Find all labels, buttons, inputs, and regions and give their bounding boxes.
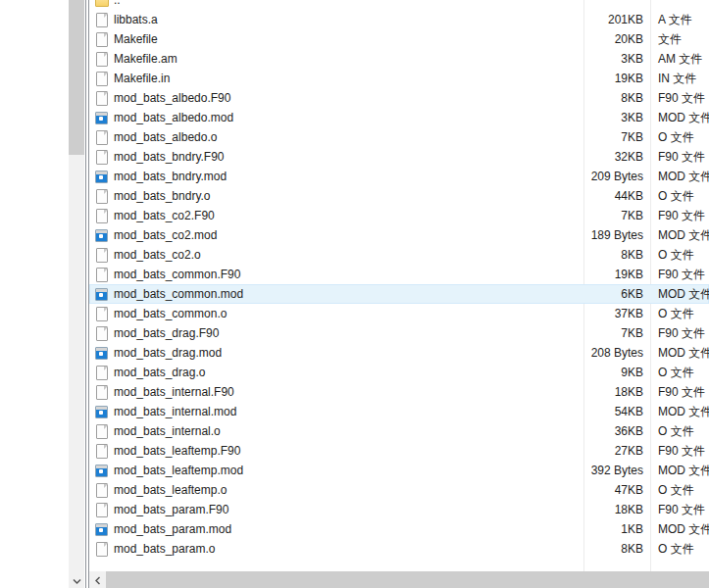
file-row[interactable]: mod_bats_bndry.o 44KB O 文件 (89, 186, 709, 206)
file-row[interactable]: mod_bats_albedo.mod 3KB MOD 文件 (89, 108, 709, 127)
file-type: F90 文件 (650, 384, 709, 401)
file-row[interactable]: mod_bats_param.mod 1KB MOD 文件 (89, 519, 709, 539)
file-type: O 文件 (650, 129, 709, 146)
file-name: mod_bats_bndry.F90 (114, 150, 583, 164)
file-name: mod_bats_albedo.mod (114, 111, 583, 124)
file-row[interactable]: Makefile 20KB 文件 (89, 29, 709, 49)
file-type: MOD 文件 (650, 404, 709, 420)
file-icon (95, 444, 109, 459)
file-type: F90 文件 (650, 149, 709, 166)
scroll-left-button[interactable] (89, 571, 106, 588)
file-size: 7KB (583, 130, 650, 144)
file-icon (95, 385, 109, 400)
file-name: mod_bats_co2.o (114, 248, 583, 262)
file-row[interactable]: mod_bats_internal.o 36KB O 文件 (89, 421, 709, 441)
file-row[interactable]: mod_bats_common.o 37KB O 文件 (89, 304, 709, 323)
file-type: MOD 文件 (650, 521, 709, 538)
mod-file-icon (95, 111, 109, 125)
file-size: 19KB (583, 72, 650, 85)
file-icon (95, 307, 109, 321)
file-size: 3KB (583, 111, 650, 124)
file-row[interactable]: mod_bats_common.F90 19KB F90 文件 (89, 265, 709, 284)
file-type: O 文件 (650, 423, 709, 440)
file-type: F90 文件 (650, 325, 709, 342)
file-size: 27KB (583, 444, 650, 458)
file-icon (95, 189, 109, 204)
file-row[interactable]: mod_bats_internal.F90 18KB F90 文件 (89, 382, 709, 402)
file-name: mod_bats_co2.F90 (114, 209, 583, 222)
file-row[interactable]: mod_bats_leaftemp.mod 392 Bytes MOD 文件 (89, 461, 709, 480)
file-size: 8KB (583, 91, 650, 105)
file-name: mod_bats_common.F90 (114, 268, 583, 281)
file-row[interactable]: mod_bats_albedo.o 7KB O 文件 (89, 127, 709, 147)
file-name: mod_bats_bndry.o (114, 189, 583, 203)
file-name: mod_bats_param.mod (114, 522, 583, 536)
mod-file-icon (95, 346, 109, 361)
file-row[interactable]: mod_bats_leaftemp.F90 27KB F90 文件 (89, 441, 709, 461)
file-icon (95, 91, 109, 106)
file-name: mod_bats_internal.o (114, 424, 583, 438)
file-type: MOD 文件 (650, 110, 709, 126)
file-name: mod_bats_albedo.F90 (114, 91, 583, 105)
file-name: .. (114, 0, 583, 7)
file-size: 3KB (583, 52, 650, 66)
mod-file-icon (95, 287, 109, 302)
file-row[interactable]: mod_bats_bndry.mod 209 Bytes MOD 文件 (89, 167, 709, 186)
horizontal-scrollbar[interactable] (89, 571, 709, 588)
file-type: F90 文件 (650, 90, 709, 107)
file-name: mod_bats_common.o (114, 307, 583, 320)
file-row[interactable]: libbats.a 201KB A 文件 (89, 10, 709, 29)
file-name: mod_bats_leaftemp.mod (114, 464, 583, 477)
file-row[interactable]: mod_bats_co2.mod 189 Bytes MOD 文件 (89, 225, 709, 245)
file-row[interactable]: mod_bats_co2.o 8KB O 文件 (89, 245, 709, 265)
file-size: 201KB (583, 13, 650, 26)
file-row[interactable]: mod_bats_param.F90 18KB F90 文件 (89, 500, 709, 519)
file-type: O 文件 (650, 188, 709, 205)
file-icon (95, 32, 109, 47)
file-row[interactable]: mod_bats_drag.o 9KB O 文件 (89, 363, 709, 382)
file-name: mod_bats_param.o (114, 542, 583, 556)
file-type: O 文件 (650, 482, 709, 499)
file-name: mod_bats_common.mod (114, 287, 583, 301)
file-size: 20KB (583, 32, 650, 46)
file-size: 37KB (583, 307, 650, 320)
scroll-down-button[interactable] (69, 571, 84, 588)
file-row[interactable]: mod_bats_common.mod 6KB MOD 文件 (89, 284, 709, 304)
mod-file-icon (95, 228, 109, 243)
mod-file-icon (95, 170, 109, 184)
file-name: mod_bats_drag.o (114, 366, 583, 379)
file-size: 392 Bytes (583, 464, 650, 477)
file-icon (95, 503, 109, 517)
file-row[interactable]: .. (89, 0, 709, 10)
vertical-scrollbar[interactable] (69, 0, 84, 588)
file-name: mod_bats_leaftemp.F90 (114, 444, 583, 458)
file-name: mod_bats_drag.F90 (114, 326, 583, 340)
horizontal-scrollbar-thumb[interactable] (106, 571, 709, 588)
file-icon (95, 483, 109, 498)
chevron-left-icon (94, 571, 102, 588)
file-row[interactable]: mod_bats_leaftemp.o 47KB O 文件 (89, 480, 709, 500)
file-row[interactable]: Makefile.am 3KB AM 文件 (89, 49, 709, 69)
file-row[interactable]: mod_bats_internal.mod 54KB MOD 文件 (89, 402, 709, 421)
file-size: 6KB (583, 287, 650, 301)
file-row[interactable]: mod_bats_param.o 8KB O 文件 (89, 539, 709, 559)
mod-file-icon (95, 522, 109, 537)
file-icon (95, 326, 109, 341)
file-row[interactable]: mod_bats_co2.F90 7KB F90 文件 (89, 206, 709, 225)
file-size: 18KB (583, 503, 650, 516)
vertical-scrollbar-thumb[interactable] (69, 0, 84, 155)
file-name: mod_bats_internal.F90 (114, 385, 583, 399)
file-row[interactable]: mod_bats_drag.F90 7KB F90 文件 (89, 323, 709, 343)
file-icon (95, 366, 109, 380)
file-icon (95, 52, 109, 67)
file-row[interactable]: mod_bats_albedo.F90 8KB F90 文件 (89, 88, 709, 108)
file-row[interactable]: mod_bats_bndry.F90 32KB F90 文件 (89, 147, 709, 167)
file-icon (95, 72, 109, 86)
file-size: 189 Bytes (583, 228, 650, 242)
file-row[interactable]: mod_bats_drag.mod 208 Bytes MOD 文件 (89, 343, 709, 363)
file-name: mod_bats_co2.mod (114, 228, 583, 242)
file-size: 44KB (583, 189, 650, 203)
file-row[interactable]: Makefile.in 19KB IN 文件 (89, 69, 709, 88)
file-name: mod_bats_internal.mod (114, 405, 583, 418)
file-icon (95, 150, 109, 165)
